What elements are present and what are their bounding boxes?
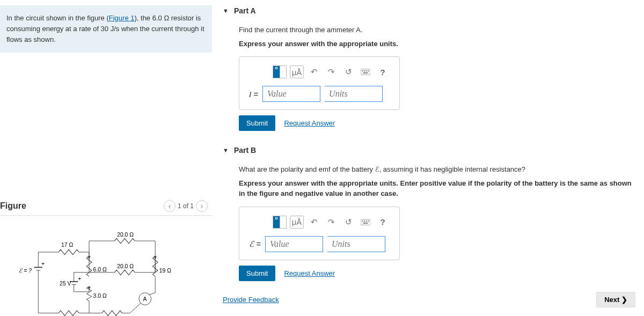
- undo-icon[interactable]: ↶: [307, 65, 321, 78]
- part-a-instruction: Express your answer with the appropriate…: [239, 39, 639, 49]
- help-button[interactable]: ?: [376, 216, 390, 229]
- special-char-button[interactable]: μÅ: [290, 216, 304, 229]
- prev-figure-button[interactable]: ‹: [164, 200, 175, 212]
- reset-icon[interactable]: ↺: [341, 65, 355, 78]
- part-a-units-input[interactable]: [325, 86, 383, 102]
- svg-rect-48: [368, 70, 369, 71]
- caret-down-icon: ▼: [223, 147, 229, 153]
- pager-text: 1 of 1: [178, 202, 194, 210]
- part-b-answer-box: μÅ ↶ ↷ ↺ ? ℰ =: [239, 207, 400, 260]
- svg-text:6.0 Ω: 6.0 Ω: [93, 267, 107, 273]
- help-button[interactable]: ?: [376, 65, 390, 78]
- part-b-request-answer-link[interactable]: Request Answer: [284, 269, 335, 277]
- svg-line-36: [149, 293, 155, 295]
- keyboard-icon[interactable]: [358, 65, 372, 78]
- part-b-instruction: Express your answer with the appropriate…: [239, 178, 639, 199]
- provide-feedback-link[interactable]: Provide Feedback: [223, 296, 279, 304]
- svg-line-37: [130, 303, 141, 313]
- svg-rect-53: [366, 221, 367, 222]
- figure-divider: [0, 215, 212, 216]
- svg-text:3.0 Ω: 3.0 Ω: [93, 293, 107, 299]
- svg-text:25 V: 25 V: [60, 281, 71, 287]
- part-a-submit-button[interactable]: Submit: [239, 115, 275, 131]
- part-b-header[interactable]: ▼ Part B: [223, 139, 639, 159]
- caret-down-icon: ▼: [223, 8, 229, 14]
- svg-rect-54: [368, 221, 369, 222]
- svg-text:+: +: [78, 276, 81, 282]
- svg-text:A: A: [143, 296, 147, 302]
- figure-pager: ‹ 1 of 1 ›: [164, 200, 208, 212]
- template-icon[interactable]: [273, 216, 287, 229]
- part-a-prompt: Find the current through the ammeter A.: [239, 25, 639, 35]
- svg-rect-55: [363, 222, 368, 223]
- svg-rect-44: [361, 69, 370, 75]
- part-a-title: Part A: [234, 6, 256, 15]
- svg-rect-50: [361, 219, 370, 225]
- redo-icon[interactable]: ↷: [324, 65, 338, 78]
- svg-rect-45: [362, 70, 363, 71]
- svg-text:17 Ω: 17 Ω: [61, 242, 73, 248]
- svg-text:19 Ω: 19 Ω: [159, 268, 171, 274]
- svg-rect-47: [366, 70, 367, 71]
- next-figure-button[interactable]: ›: [196, 200, 208, 212]
- part-b-submit-button[interactable]: Submit: [239, 266, 275, 281]
- part-a-request-answer-link[interactable]: Request Answer: [284, 119, 335, 127]
- reset-icon[interactable]: ↺: [341, 216, 355, 229]
- svg-rect-52: [364, 221, 365, 222]
- special-char-button[interactable]: μÅ: [290, 65, 304, 78]
- svg-text:+: +: [41, 261, 45, 267]
- part-a-value-input[interactable]: [262, 86, 320, 102]
- redo-icon[interactable]: ↷: [324, 216, 338, 229]
- svg-rect-49: [363, 72, 368, 74]
- undo-icon[interactable]: ↶: [307, 216, 321, 229]
- template-icon[interactable]: [273, 65, 287, 78]
- problem-description: In the circuit shown in the figure (Figu…: [0, 5, 212, 53]
- part-b-prompt: What are the polarity and emf of the bat…: [239, 164, 639, 175]
- svg-text:20.0 Ω: 20.0 Ω: [117, 264, 134, 270]
- part-b-units-input[interactable]: [327, 236, 385, 252]
- svg-rect-51: [362, 221, 363, 222]
- part-a-header[interactable]: ▼ Part A: [223, 0, 639, 19]
- svg-text:20.0 Ω: 20.0 Ω: [117, 232, 134, 238]
- svg-text:ℰ = ?: ℰ = ?: [19, 268, 32, 274]
- figure-link[interactable]: Figure 1: [109, 14, 135, 22]
- part-b-title: Part B: [234, 146, 256, 155]
- next-button[interactable]: Next ❯: [596, 292, 635, 307]
- svg-rect-46: [364, 70, 365, 71]
- part-b-value-input[interactable]: [265, 236, 323, 252]
- keyboard-icon[interactable]: [358, 216, 372, 229]
- part-b-variable: ℰ =: [249, 239, 261, 249]
- part-a-variable: I =: [249, 90, 258, 99]
- part-a-answer-box: μÅ ↶ ↷ ↺ ? I =: [239, 56, 400, 110]
- figure-title: Figure: [0, 201, 26, 211]
- circuit-figure: 17 Ω 20.0 Ω 20.0 Ω + ℰ =: [0, 232, 212, 316]
- problem-text-1: In the circuit shown in the figure (: [6, 14, 109, 22]
